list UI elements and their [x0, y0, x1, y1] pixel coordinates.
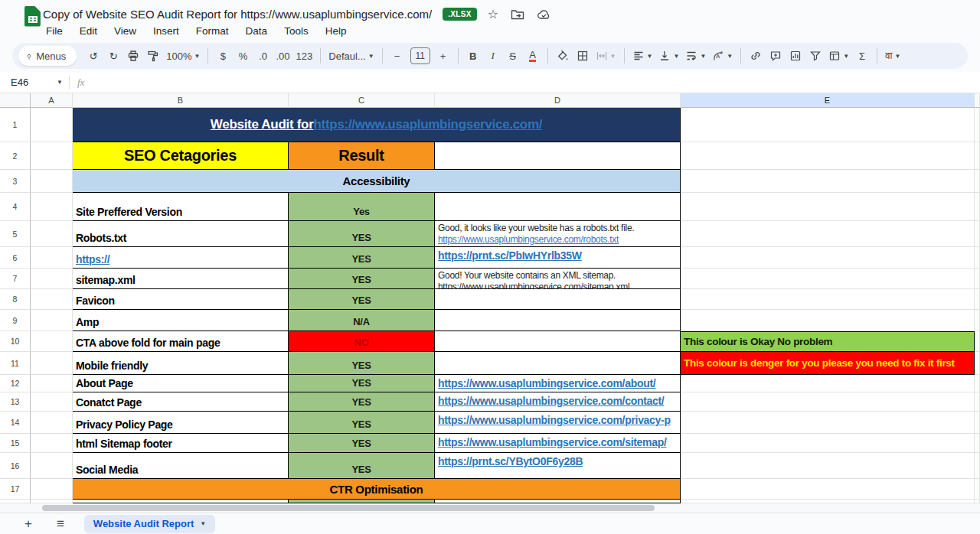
- add-sheet-button[interactable]: +: [24, 516, 32, 532]
- feedback-link[interactable]: https://www.usaplumbingservice.com/robot…: [438, 234, 619, 246]
- feedback-link[interactable]: https://www.usaplumbingservice.com/conta…: [438, 394, 664, 409]
- cell-C12[interactable]: YES: [289, 375, 435, 392]
- cell-C9[interactable]: N/A: [289, 310, 435, 331]
- cell-B14[interactable]: Privacy Policy Page: [73, 412, 289, 434]
- create-filter-button[interactable]: [806, 47, 825, 65]
- sheet-tab-website-audit-report[interactable]: Website Audit Report ▼: [84, 515, 215, 533]
- cell-E14[interactable]: [681, 412, 975, 434]
- cell-A1[interactable]: [31, 108, 73, 142]
- row-header-8[interactable]: 8: [0, 289, 31, 310]
- menu-format[interactable]: Format: [190, 24, 235, 38]
- cell-F3[interactable]: [975, 170, 980, 193]
- cell-C14[interactable]: YES: [289, 412, 435, 434]
- cell-A15[interactable]: [31, 434, 73, 453]
- cell-B6[interactable]: https://: [73, 247, 289, 269]
- cell-F14[interactable]: [975, 412, 980, 434]
- cell-E2[interactable]: [681, 142, 975, 170]
- cell-B4[interactable]: Site Preffered Version: [73, 193, 289, 221]
- cell-F7[interactable]: [975, 269, 980, 289]
- decrease-font-size-button[interactable]: −: [388, 47, 407, 65]
- row-header-16[interactable]: 16: [0, 453, 31, 479]
- cell-A8[interactable]: [31, 289, 73, 310]
- menu-tools[interactable]: Tools: [278, 24, 315, 38]
- cell-E10[interactable]: This colour is Okay No problem: [681, 331, 975, 352]
- cell-F1[interactable]: [975, 108, 980, 142]
- cell-A3[interactable]: [31, 170, 73, 193]
- redo-button[interactable]: ↻: [104, 47, 122, 65]
- cell-A17[interactable]: [31, 479, 73, 500]
- merge-cells-button[interactable]: ▼: [593, 47, 619, 65]
- row-header-10[interactable]: 10: [0, 331, 31, 352]
- cell-F5[interactable]: [975, 221, 980, 247]
- increase-decimal-button[interactable]: .00: [273, 47, 292, 65]
- cell-A6[interactable]: [31, 247, 73, 269]
- decrease-decimal-button[interactable]: .0: [253, 47, 272, 65]
- print-button[interactable]: [124, 47, 142, 65]
- cell-A7[interactable]: [31, 269, 73, 289]
- cell-E9[interactable]: [681, 310, 975, 331]
- row-header-7[interactable]: 7: [0, 269, 31, 289]
- cell-C8[interactable]: YES: [289, 289, 435, 310]
- text-color-button[interactable]: A: [524, 47, 542, 65]
- cell-E16[interactable]: [681, 453, 975, 479]
- cell-B13[interactable]: Conatct Page: [73, 392, 289, 412]
- cell-D2[interactable]: [435, 142, 681, 170]
- cell-C13[interactable]: YES: [289, 392, 435, 412]
- functions-button[interactable]: Σ: [853, 47, 871, 65]
- cell-B11[interactable]: Mobile friendly: [73, 352, 289, 375]
- cell-A16[interactable]: [31, 453, 73, 479]
- cell-A13[interactable]: [31, 392, 73, 412]
- cell-B5[interactable]: Robots.txt: [73, 221, 289, 247]
- cell-D15[interactable]: https://www.usaplumbingservice.com/sitem…: [435, 434, 681, 453]
- cell-E5[interactable]: [681, 221, 975, 247]
- font-size-input[interactable]: 11: [408, 47, 433, 65]
- cell-D14[interactable]: https://www.usaplumbingservice.com/priva…: [435, 412, 681, 434]
- cell-C6[interactable]: YES: [289, 247, 435, 269]
- vertical-align-button[interactable]: ▼: [656, 47, 681, 65]
- cell-E12[interactable]: [681, 375, 975, 392]
- row-header-12[interactable]: 12: [0, 375, 31, 392]
- cell-B16[interactable]: Social Media: [73, 453, 289, 479]
- column-header-B[interactable]: B: [73, 93, 289, 108]
- column-header-D[interactable]: D: [435, 93, 681, 108]
- table-views-button[interactable]: ▼: [826, 47, 851, 65]
- cell-D13[interactable]: https://www.usaplumbingservice.com/conta…: [435, 392, 681, 412]
- cell-B3-merged[interactable]: Accessibility: [73, 170, 681, 193]
- cell-D16[interactable]: https://prnt.sc/YBytO0F6y28B: [435, 453, 681, 479]
- insert-comment-button[interactable]: [766, 47, 785, 65]
- cell-D7[interactable]: Good! Your website contains an XML sitem…: [435, 269, 681, 289]
- cell-B10[interactable]: CTA above fold for main page: [73, 331, 289, 352]
- cell-A2[interactable]: [31, 142, 73, 170]
- name-box[interactable]: E46 ▼: [0, 77, 69, 88]
- bold-button[interactable]: B: [464, 47, 482, 65]
- borders-button[interactable]: [573, 47, 592, 65]
- cell-F17[interactable]: [975, 479, 980, 500]
- all-sheets-button[interactable]: ≡: [57, 516, 64, 532]
- row-header-4[interactable]: 4: [0, 193, 31, 221]
- cell-C16[interactable]: YES: [289, 453, 435, 479]
- horizontal-align-button[interactable]: ▼: [630, 47, 655, 65]
- menu-insert[interactable]: Insert: [147, 24, 185, 38]
- undo-button[interactable]: ↺: [84, 47, 103, 65]
- row-header-11[interactable]: 11: [0, 352, 31, 375]
- cell-D6[interactable]: https://prnt.sc/PbIwHYrlb35W: [435, 247, 681, 269]
- cell-F10[interactable]: [975, 331, 980, 352]
- feedback-link[interactable]: https://prnt.sc/PbIwHYrlb35W: [438, 249, 582, 264]
- column-header-A[interactable]: A: [31, 93, 73, 108]
- column-header-C[interactable]: C: [289, 93, 435, 108]
- insert-chart-button[interactable]: [786, 47, 805, 65]
- insert-link-button[interactable]: [746, 47, 765, 65]
- cell-B1-merged[interactable]: Website Audit for https://www.usaplumbin…: [73, 108, 681, 142]
- text-wrap-button[interactable]: ▼: [683, 47, 708, 65]
- move-folder-icon[interactable]: [511, 8, 524, 21]
- cell-C2[interactable]: Result: [289, 142, 435, 170]
- font-size-input[interactable]: 11: [410, 47, 430, 64]
- star-icon[interactable]: ☆: [488, 8, 498, 21]
- select-all-corner[interactable]: [0, 93, 31, 108]
- feedback-link[interactable]: https://www.usaplumbingservice.com/about…: [438, 376, 655, 392]
- cell-A14[interactable]: [31, 412, 73, 434]
- format-currency-button[interactable]: $: [214, 47, 232, 65]
- cell-B12[interactable]: About Page: [73, 375, 289, 392]
- menu-file[interactable]: File: [40, 24, 69, 38]
- menu-help[interactable]: Help: [319, 24, 353, 38]
